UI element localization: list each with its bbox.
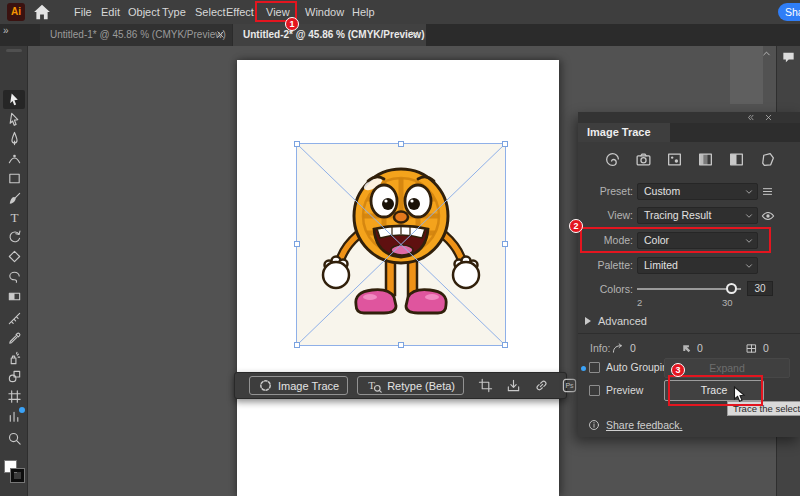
- share-feedback-link[interactable]: Share feedback.: [606, 419, 682, 431]
- tool-symbol-sprayer[interactable]: [3, 349, 25, 368]
- tool-zoom[interactable]: [3, 429, 25, 448]
- stroke-color-swatch[interactable]: [11, 469, 24, 482]
- preset-photo-icon: [635, 151, 652, 168]
- trace-preset-buttons: [592, 150, 788, 168]
- tool-curvature[interactable]: [3, 149, 25, 168]
- comment-icon[interactable]: [781, 50, 796, 65]
- preset-menu-icon[interactable]: [761, 185, 774, 198]
- colors-value-field[interactable]: 30: [747, 281, 773, 296]
- home-icon[interactable]: [33, 3, 51, 21]
- frame-icon: [7, 171, 22, 186]
- tool-type[interactable]: T: [3, 208, 25, 227]
- menu-help[interactable]: Help: [348, 0, 379, 24]
- preset-outline-button[interactable]: [759, 150, 777, 168]
- menu-file[interactable]: File: [70, 0, 96, 24]
- eye-icon[interactable]: [761, 209, 775, 223]
- retype-button[interactable]: T Retype (Beta): [357, 376, 464, 395]
- annotation-step-2: 2: [569, 219, 583, 233]
- selection-handle[interactable]: [398, 141, 404, 147]
- selection-handle[interactable]: [502, 342, 508, 348]
- tool-artboard[interactable]: [3, 387, 25, 406]
- menu-window[interactable]: Window: [301, 0, 348, 24]
- chevron-double-left-icon: [746, 113, 755, 122]
- annotation-box-mode-row: [580, 227, 771, 253]
- chevron-up-icon[interactable]: [761, 48, 772, 59]
- fill-stroke-control[interactable]: [4, 460, 26, 484]
- preset-photo-button[interactable]: [635, 150, 653, 168]
- menu-effect[interactable]: Effect: [222, 0, 258, 24]
- selection-handle[interactable]: [294, 241, 300, 247]
- close-icon[interactable]: [764, 113, 773, 122]
- tool-frame[interactable]: [3, 169, 25, 188]
- toolbar-grip[interactable]: [6, 49, 22, 52]
- photoshop-icon: Ps: [562, 378, 577, 393]
- share-button[interactable]: Share: [778, 3, 800, 21]
- curvature-icon: [7, 151, 22, 166]
- colors-count-icon: [745, 342, 758, 355]
- view-value: Tracing Result: [644, 209, 711, 221]
- selection-handle[interactable]: [294, 141, 300, 147]
- image-trace-button[interactable]: Image Trace: [249, 376, 348, 395]
- preset-gray-button[interactable]: [697, 150, 715, 168]
- tool-gradient[interactable]: [3, 287, 25, 306]
- preset-auto-button[interactable]: [604, 150, 622, 168]
- chevron-down-icon: [744, 211, 754, 221]
- embed-button[interactable]: [506, 378, 521, 393]
- auto-grouping-checkbox[interactable]: [589, 362, 600, 373]
- preset-dropdown[interactable]: Custom: [637, 183, 758, 200]
- tool-paintbrush[interactable]: [3, 189, 25, 208]
- annotation-step-1: 1: [285, 17, 299, 31]
- toolbar-expand-icon[interactable]: »: [3, 25, 8, 36]
- palette-row: Palette: Limited: [578, 257, 800, 274]
- tab-label: Untitled-2* @ 45.86 % (CMYK/Preview): [243, 29, 424, 40]
- image-trace-label: Image Trace: [278, 380, 339, 392]
- tool-measure[interactable]: [3, 309, 25, 328]
- selection-handle[interactable]: [294, 342, 300, 348]
- crop-button[interactable]: [478, 378, 493, 393]
- tool-direct-selection[interactable]: [3, 110, 25, 129]
- tool-rotate[interactable]: [3, 227, 25, 246]
- menu-type[interactable]: Type: [158, 0, 190, 24]
- tool-pen[interactable]: [3, 129, 25, 148]
- chevron-down-icon: [744, 261, 754, 271]
- preset-bw-button[interactable]: [728, 150, 746, 168]
- link-button[interactable]: [534, 378, 549, 393]
- preset-low-button[interactable]: [666, 150, 684, 168]
- selection-handle[interactable]: [502, 241, 508, 247]
- preview-checkbox[interactable]: [589, 385, 600, 396]
- tool-eyedropper[interactable]: [3, 329, 25, 348]
- selection-bounding-box[interactable]: [296, 143, 506, 346]
- close-icon[interactable]: [215, 29, 226, 40]
- menu-edit[interactable]: Edit: [97, 0, 124, 24]
- tool-selection[interactable]: [3, 90, 25, 109]
- menubar: Ai FileEditObjectTypeSelectEffectViewWin…: [0, 0, 800, 24]
- panel-tab-image-trace[interactable]: Image Trace: [578, 123, 670, 142]
- colors-info-icon: [745, 342, 758, 355]
- colors-slider-knob[interactable]: [726, 283, 737, 294]
- colors-min-label: 2: [637, 297, 651, 308]
- preset-value: Custom: [644, 185, 680, 197]
- palette-dropdown[interactable]: Limited: [637, 257, 758, 274]
- tool-shaper[interactable]: [3, 247, 25, 266]
- selection-handle[interactable]: [502, 141, 508, 147]
- close-icon[interactable]: [409, 29, 420, 40]
- symbol-sprayer-icon: [7, 351, 22, 366]
- selection-handle[interactable]: [398, 342, 404, 348]
- document-tab-untitled-2[interactable]: Untitled-2* @ 45.86 % (CMYK/Preview): [233, 24, 426, 46]
- tool-graph[interactable]: [3, 407, 25, 426]
- tool-lasso[interactable]: [3, 267, 25, 286]
- photoshop-button[interactable]: Ps: [562, 378, 577, 393]
- chevron-down-icon: [744, 211, 754, 221]
- retype-icon: T: [366, 378, 382, 394]
- retype-label: Retype (Beta): [387, 380, 455, 392]
- direct-selection-icon: [7, 112, 22, 127]
- document-tab-untitled-1[interactable]: Untitled-1* @ 45.86 % (CMYK/Preview): [40, 24, 232, 46]
- view-dropdown[interactable]: Tracing Result: [637, 207, 758, 224]
- svg-text:Ps: Ps: [565, 382, 574, 389]
- crop-icon: [478, 378, 493, 393]
- tool-shape-builder[interactable]: [3, 367, 25, 386]
- colors-max-label: 30: [722, 297, 738, 308]
- collapse-panel-icon[interactable]: [746, 113, 755, 122]
- advanced-section-toggle[interactable]: Advanced: [585, 315, 647, 327]
- anchors-info-icon: [680, 342, 693, 355]
